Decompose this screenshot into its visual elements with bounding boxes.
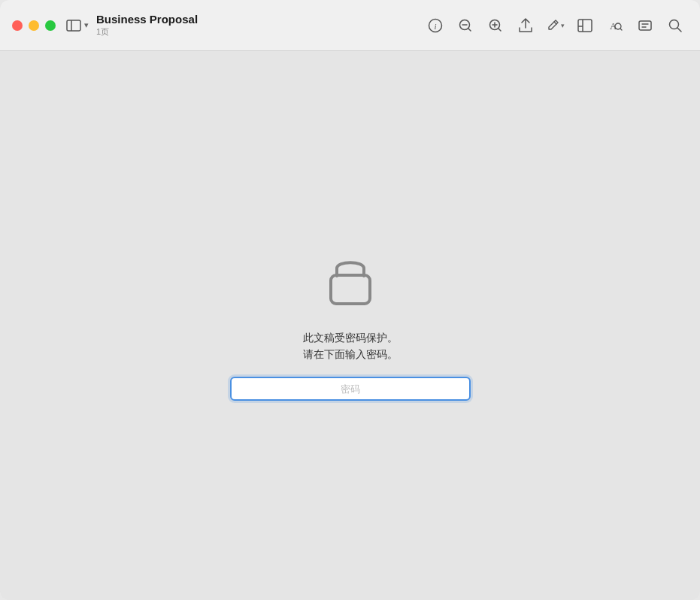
sidebar-toggle-chevron-icon: ▾ bbox=[84, 20, 89, 30]
password-input[interactable] bbox=[230, 377, 471, 401]
message-line1: 此文稿受密码保护。 bbox=[303, 332, 398, 345]
share-button[interactable] bbox=[513, 13, 538, 38]
document-pages: 1页 bbox=[96, 26, 198, 38]
svg-rect-21 bbox=[331, 275, 370, 304]
toolbar-icons: i bbox=[423, 13, 688, 38]
minimize-button[interactable] bbox=[29, 20, 39, 31]
password-message: 此文稿受密码保护。 请在下面输入密码。 bbox=[303, 332, 398, 362]
svg-rect-0 bbox=[67, 20, 80, 31]
message-line2: 请在下面输入密码。 bbox=[303, 348, 398, 362]
info-button[interactable]: i bbox=[423, 13, 448, 38]
svg-line-11 bbox=[554, 22, 556, 24]
maximize-button[interactable] bbox=[45, 20, 56, 31]
document-title-group: Business Proposal 1页 bbox=[96, 13, 198, 38]
svg-text:A: A bbox=[610, 20, 617, 32]
window-button[interactable] bbox=[572, 13, 598, 38]
traffic-lights bbox=[12, 20, 56, 31]
lock-icon bbox=[323, 250, 377, 314]
search-button[interactable] bbox=[662, 13, 688, 38]
zoom-out-button[interactable] bbox=[453, 13, 478, 38]
zoom-in-button[interactable] bbox=[483, 13, 508, 38]
svg-line-15 bbox=[620, 29, 622, 30]
annotate-bar-button[interactable] bbox=[632, 13, 658, 38]
svg-line-20 bbox=[677, 28, 681, 32]
titlebar: ▾ Business Proposal 1页 i bbox=[0, 0, 700, 51]
svg-line-10 bbox=[498, 29, 501, 31]
document-title: Business Proposal bbox=[96, 13, 198, 26]
svg-rect-12 bbox=[578, 20, 592, 32]
pen-dropdown-chevron-icon: ▾ bbox=[561, 22, 565, 29]
pen-button[interactable]: ▾ bbox=[543, 13, 568, 38]
text-search-button[interactable]: A bbox=[602, 13, 628, 38]
close-button[interactable] bbox=[12, 20, 23, 31]
main-content: 此文稿受密码保护。 请在下面输入密码。 bbox=[0, 51, 700, 600]
svg-line-6 bbox=[468, 29, 471, 31]
svg-rect-16 bbox=[639, 21, 651, 30]
sidebar-toggle-button[interactable]: ▾ bbox=[66, 20, 89, 32]
svg-text:i: i bbox=[434, 21, 436, 30]
